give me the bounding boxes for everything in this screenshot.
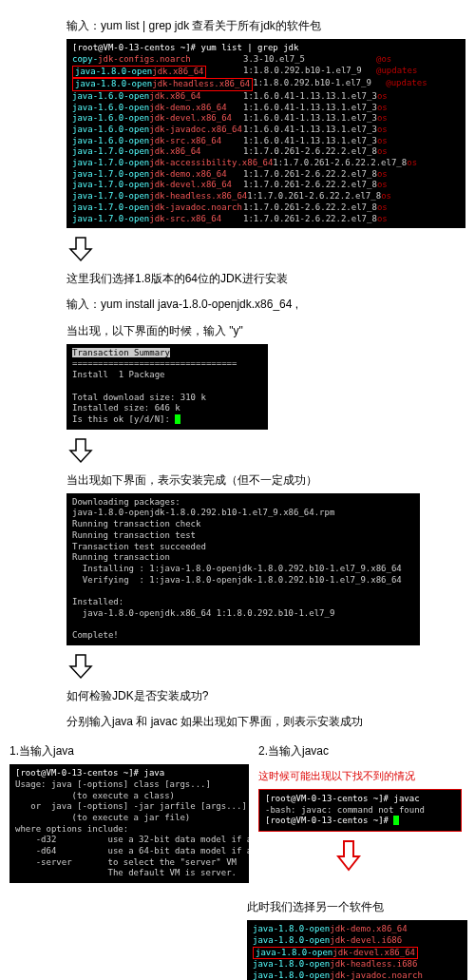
arrow-down-red-icon xyxy=(334,839,363,872)
col-right-warn: 这时候可能出现以下找不到的情况 xyxy=(258,768,466,785)
col-right-title: 2.当输入javac xyxy=(258,742,466,760)
step2a: 这里我们选择1.8版本的64位的JDK进行安装 xyxy=(66,270,466,288)
arrow-down-icon xyxy=(66,437,95,464)
terminal-install: Downloading packages: java-1.8.0-openjdk… xyxy=(66,493,420,645)
step2b: 输入：yum install java-1.8.0-openjdk.x86_64… xyxy=(66,296,466,314)
step5: 此时我们选择另一个软件包 xyxy=(247,898,466,916)
step4b: 分别输入java 和 javac 如果出现如下界面，则表示安装成功 xyxy=(66,713,466,731)
terminal-transaction: Transaction Summary ====================… xyxy=(66,344,268,430)
terminal-yum-list: [root@VM-0-13-centos ~]# yum list | grep… xyxy=(66,39,466,228)
terminal-pkg-list: java-1.8.0-openjdk-demo.x86_64 java-1.8.… xyxy=(247,920,467,980)
intro-text: 输入：yum list | grep jdk 查看关于所有jdk的软件包 xyxy=(66,17,466,35)
col-left-title: 1.当输入java xyxy=(10,742,249,760)
arrow-down-icon xyxy=(66,653,95,680)
step2c: 当出现，以下界面的时候，输入 "y" xyxy=(66,322,466,340)
step3: 当出现如下界面，表示安装完成（但不一定成功） xyxy=(66,471,466,490)
arrow-down-icon xyxy=(66,236,95,262)
terminal-javac-notfound: [root@VM-0-13-centos ~]# javac -bash: ja… xyxy=(258,789,462,832)
step4a: 如何检验JDK是否安装成功? xyxy=(66,687,466,705)
terminal-java: [root@VM-0-13-centos ~]# java Usage: jav… xyxy=(10,764,249,883)
